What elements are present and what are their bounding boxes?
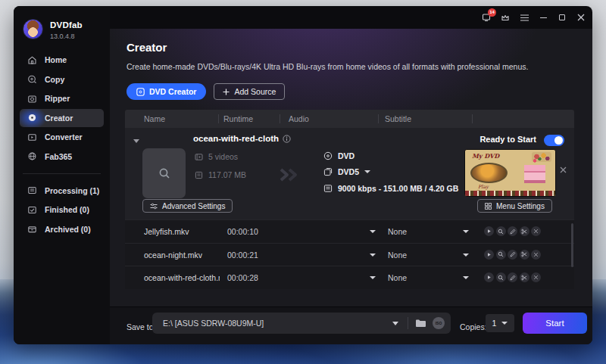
subtitle-dropdown[interactable] bbox=[463, 230, 469, 233]
crown-icon[interactable] bbox=[498, 11, 512, 24]
titlebar-controls: 14 bbox=[479, 6, 588, 29]
dvd-creator-label: DVD Creator bbox=[149, 87, 196, 96]
magnifier-icon bbox=[158, 166, 171, 180]
row-subtitle: None bbox=[388, 227, 407, 236]
sidebar-item-label: Archived (0) bbox=[45, 225, 91, 234]
sidebar-item-label: Ripper bbox=[45, 94, 70, 103]
collapse-arrow-icon[interactable] bbox=[133, 139, 139, 143]
disc-size-select[interactable]: DVD5 bbox=[323, 167, 370, 176]
remove-row-icon[interactable] bbox=[531, 226, 541, 236]
dvdfab-window: 14 DVDfab 13.0.4.8 bbox=[14, 6, 592, 344]
row-filename: ocean-with-red-cloth.mkv bbox=[144, 273, 220, 282]
column-separator bbox=[218, 114, 219, 123]
sidebar-item-creator[interactable]: Creator bbox=[20, 109, 104, 127]
copies-label: Copies: bbox=[460, 322, 487, 331]
sidebar-item-label: Finished (0) bbox=[45, 205, 89, 214]
play-icon[interactable] bbox=[484, 250, 494, 260]
remove-row-icon[interactable] bbox=[531, 250, 541, 260]
table-row[interactable]: Jellyfish.mkv 00:00:10 None bbox=[125, 219, 574, 243]
notification-badge: 14 bbox=[488, 8, 496, 17]
app-name: DVDfab bbox=[50, 20, 83, 30]
ready-toggle[interactable] bbox=[544, 135, 564, 146]
edit-pencil-icon[interactable] bbox=[508, 250, 517, 260]
chevron-down-icon bbox=[501, 322, 508, 325]
source-rows: Jellyfish.mkv 00:00:10 None bbox=[125, 219, 574, 289]
sidebar-item-label: Copy bbox=[45, 75, 64, 84]
trim-scissors-icon[interactable] bbox=[520, 250, 529, 260]
table-row[interactable]: ocean-with-red-cloth.mkv 00:00:28 None bbox=[125, 266, 574, 289]
play-icon[interactable] bbox=[484, 226, 494, 236]
remove-menu-icon[interactable] bbox=[557, 163, 569, 176]
ripper-icon bbox=[27, 94, 37, 104]
subtitle-dropdown[interactable] bbox=[463, 254, 469, 257]
menu-preview-thumbnail[interactable]: My DVD Play Scenes bbox=[464, 149, 556, 197]
save-destination-select[interactable]: E:\ [ASUS SDRW-08U9M-U] ISO bbox=[152, 313, 451, 334]
videos-icon bbox=[195, 153, 203, 161]
table-row[interactable]: ocean-night.mkv 00:00:21 None bbox=[125, 243, 574, 266]
audio-dropdown[interactable] bbox=[370, 276, 376, 279]
creator-icon bbox=[27, 113, 37, 123]
iso-icon[interactable]: ISO bbox=[433, 317, 445, 329]
preview-magnifier-icon[interactable] bbox=[496, 250, 506, 260]
minimize-button[interactable] bbox=[536, 11, 550, 24]
remove-row-icon[interactable] bbox=[531, 272, 541, 282]
status-label: Ready to Start bbox=[479, 135, 536, 144]
bitrate-icon bbox=[323, 184, 333, 193]
maximize-button[interactable] bbox=[555, 11, 569, 24]
start-button[interactable]: Start bbox=[523, 313, 587, 334]
dvdfab-avatar-icon bbox=[23, 19, 43, 39]
start-label: Start bbox=[545, 319, 564, 328]
edit-pencil-icon[interactable] bbox=[508, 272, 517, 282]
subtitle-dropdown[interactable] bbox=[463, 276, 469, 279]
row-subtitle: None bbox=[388, 250, 407, 260]
sidebar-item-processing[interactable]: Processing (1) bbox=[20, 182, 104, 200]
info-icon[interactable] bbox=[283, 135, 291, 143]
edit-pencil-icon[interactable] bbox=[508, 226, 517, 236]
add-source-button[interactable]: Add Source bbox=[214, 83, 285, 100]
chevron-down-icon bbox=[392, 322, 398, 325]
close-button[interactable] bbox=[574, 11, 588, 24]
sidebar-item-finished[interactable]: Finished (0) bbox=[20, 201, 104, 219]
video-thumbnail[interactable] bbox=[142, 148, 186, 198]
menu-preview-title: My DVD bbox=[472, 152, 499, 160]
folder-icon[interactable] bbox=[415, 319, 426, 328]
trim-scissors-icon[interactable] bbox=[520, 272, 529, 282]
sidebar-item-copy[interactable]: Copy bbox=[20, 70, 104, 89]
converter-icon bbox=[27, 132, 37, 142]
file-size-icon bbox=[195, 171, 203, 179]
finished-icon bbox=[27, 205, 37, 215]
preview-magnifier-icon[interactable] bbox=[496, 272, 506, 282]
trim-scissors-icon[interactable] bbox=[520, 226, 529, 236]
advanced-settings-label: Advanced Settings bbox=[162, 202, 225, 210]
sidebar-item-converter[interactable]: Converter bbox=[20, 128, 104, 146]
output-type: DVD bbox=[338, 151, 355, 160]
copies-stepper[interactable]: 1 bbox=[486, 314, 514, 332]
menu-settings-button[interactable]: Menu Settings bbox=[477, 199, 552, 213]
sidebar-item-archived[interactable]: Archived (0) bbox=[20, 220, 104, 238]
preview-magnifier-icon[interactable] bbox=[496, 226, 506, 236]
chevron-down-icon bbox=[364, 170, 370, 173]
disc-size-icon bbox=[323, 167, 333, 176]
dvd-creator-button[interactable]: DVD Creator bbox=[127, 83, 206, 100]
app-version: 13.0.4.8 bbox=[50, 33, 83, 40]
sidebar-item-label: Processing (1) bbox=[45, 186, 99, 195]
sidebar-item-ripper[interactable]: Ripper bbox=[20, 89, 104, 107]
audio-dropdown[interactable] bbox=[370, 254, 376, 257]
disc-size-value: DVD5 bbox=[338, 167, 359, 176]
audio-dropdown[interactable] bbox=[370, 230, 376, 233]
notification-button[interactable]: 14 bbox=[479, 11, 493, 24]
output-disc-icon bbox=[323, 151, 333, 160]
sidebar-item-label: Home bbox=[45, 55, 67, 64]
disc-icon bbox=[136, 88, 145, 96]
desktop-wallpaper: 14 DVDfab 13.0.4.8 bbox=[0, 0, 606, 364]
sidebar-item-home[interactable]: Home bbox=[20, 51, 104, 69]
sidebar-item-fab365[interactable]: Fab365 bbox=[20, 148, 104, 166]
advanced-settings-button[interactable]: Advanced Settings bbox=[142, 199, 233, 213]
page-title: Creator bbox=[127, 41, 167, 54]
sidebar-item-label: Converter bbox=[45, 132, 83, 142]
column-separator bbox=[378, 114, 379, 123]
menu-settings-label: Menu Settings bbox=[496, 202, 545, 210]
play-icon[interactable] bbox=[484, 272, 494, 282]
scrollbar-thumb[interactable] bbox=[571, 223, 573, 267]
menu-icon[interactable] bbox=[517, 11, 531, 24]
